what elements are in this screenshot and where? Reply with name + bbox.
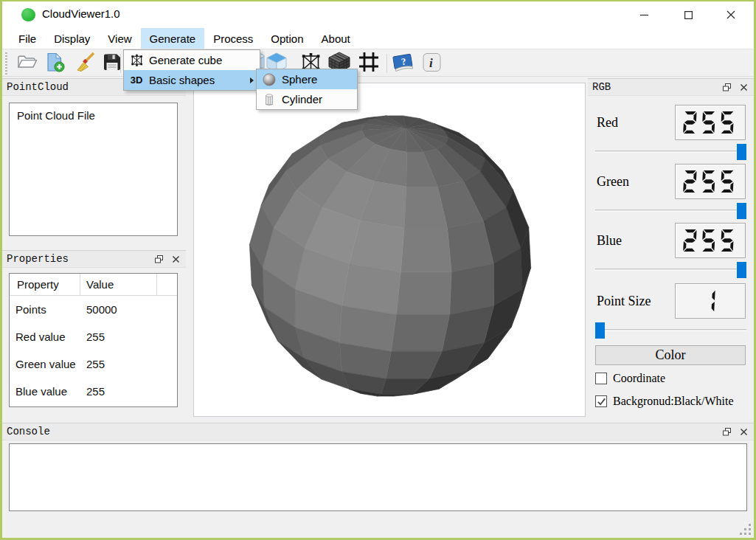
green-slider[interactable] xyxy=(595,202,746,220)
blue-label: Blue xyxy=(597,233,622,249)
help-manual-button[interactable]: ? xyxy=(391,52,415,75)
open-folder-button[interactable] xyxy=(15,52,39,75)
red-label: Red xyxy=(597,115,618,131)
point-size-slider[interactable] xyxy=(595,322,746,339)
properties-close-icon[interactable] xyxy=(170,254,181,265)
help-book-icon: ? xyxy=(392,52,415,75)
menu-item-cylinder[interactable]: Cylinder xyxy=(257,89,357,109)
point-size-lcd xyxy=(675,283,746,319)
green-label: Green xyxy=(597,174,629,190)
properties-float-icon[interactable] xyxy=(153,254,164,265)
title-bar: CloudViewer1.0 xyxy=(2,1,754,28)
console-float-icon[interactable] xyxy=(721,426,732,437)
menu-file[interactable]: File xyxy=(10,28,45,49)
minimize-button[interactable] xyxy=(627,1,661,28)
submenu-arrow-icon xyxy=(250,77,254,83)
background-checkbox-row[interactable]: Backgronud:Black/White xyxy=(595,395,734,408)
console-output[interactable] xyxy=(9,443,747,511)
coordinate-checkbox[interactable] xyxy=(595,373,607,384)
frame-select-button[interactable] xyxy=(357,52,381,75)
console-dock-label: Console xyxy=(7,426,50,437)
red-slider[interactable] xyxy=(595,143,746,161)
generate-cube-label: Generate cube xyxy=(149,54,222,66)
properties-table-header[interactable]: Property Value xyxy=(10,274,177,296)
background-label: Backgronud:Black/White xyxy=(613,395,734,408)
rgb-float-icon[interactable] xyxy=(721,82,732,93)
blue-slider[interactable] xyxy=(595,261,746,279)
new-file-icon xyxy=(45,52,65,75)
point-size-slider-handle[interactable] xyxy=(595,322,605,339)
rgb-dock-title[interactable]: RGB xyxy=(588,78,754,96)
info-icon: i xyxy=(423,52,441,75)
frame-icon xyxy=(358,51,380,76)
clear-button[interactable] xyxy=(74,52,98,75)
app-icon xyxy=(21,8,35,21)
menu-bar: File Display View Generate Process Optio… xyxy=(2,28,754,49)
app-window: CloudViewer1.0 File Display View Generat… xyxy=(2,1,754,538)
3d-viewport[interactable] xyxy=(193,83,586,417)
blue-lcd xyxy=(675,223,746,258)
menu-process[interactable]: Process xyxy=(204,28,262,49)
table-row[interactable]: Green value 255 xyxy=(10,350,177,378)
point-size-label: Point Size xyxy=(597,294,651,309)
rgb-dock-label: RGB xyxy=(592,81,611,93)
svg-text:i: i xyxy=(429,55,433,69)
pointcloud-list-header: Point Cloud File xyxy=(10,103,177,128)
sphere-icon xyxy=(257,73,282,86)
red-slider-handle[interactable] xyxy=(737,144,746,160)
maximize-button[interactable] xyxy=(671,1,705,28)
close-button[interactable] xyxy=(714,1,748,28)
table-row[interactable]: Points 50000 xyxy=(10,296,177,323)
cylinder-label: Cylinder xyxy=(282,93,322,105)
properties-table: Property Value Points 50000 Red value 25… xyxy=(9,273,178,407)
menu-item-sphere[interactable]: Sphere xyxy=(257,69,357,89)
red-lcd xyxy=(675,105,746,140)
menu-item-basic-shapes[interactable]: 3D Basic shapes xyxy=(124,70,260,90)
menu-display[interactable]: Display xyxy=(45,28,99,49)
header-value[interactable]: Value xyxy=(80,274,157,295)
pointcloud-file-list[interactable]: Point Cloud File xyxy=(9,103,178,236)
pointcloud-dock-label: PointCloud xyxy=(7,81,69,93)
menu-option[interactable]: Option xyxy=(262,28,312,49)
cube-wireframe-icon xyxy=(124,53,149,67)
basic-shapes-submenu: Sphere Cylinder xyxy=(256,69,358,110)
rgb-dock: RGB Red Green Blue Point Size xyxy=(588,78,754,418)
green-lcd xyxy=(675,164,746,199)
window-title: CloudViewer1.0 xyxy=(42,7,120,20)
coordinate-label: Coordinate xyxy=(613,372,665,385)
table-row[interactable]: Red value 255 xyxy=(10,323,177,350)
sphere-render xyxy=(194,83,585,416)
green-slider-handle[interactable] xyxy=(737,203,746,219)
console-close-icon[interactable] xyxy=(738,426,749,437)
coordinate-checkbox-row[interactable]: Coordinate xyxy=(595,372,665,385)
properties-dock-title[interactable]: Properties xyxy=(2,250,186,268)
rgb-close-icon[interactable] xyxy=(738,82,749,93)
save-floppy-icon xyxy=(103,52,122,75)
menu-about[interactable]: About xyxy=(313,28,359,49)
folder-open-icon xyxy=(17,53,38,74)
resize-grip[interactable] xyxy=(739,523,751,535)
3d-icon: 3D xyxy=(124,75,149,86)
cylinder-icon xyxy=(257,93,282,106)
sphere-label: Sphere xyxy=(282,73,317,86)
basic-shapes-label: Basic shapes xyxy=(149,74,215,86)
menu-generate[interactable]: Generate xyxy=(141,28,205,49)
generate-dropdown-menu: Generate cube 3D Basic shapes xyxy=(123,49,260,91)
about-info-button[interactable]: i xyxy=(420,52,443,75)
color-button[interactable]: Color xyxy=(595,345,746,365)
new-pointcloud-button[interactable] xyxy=(43,52,66,75)
toolbar: ? i xyxy=(2,49,754,77)
properties-dock-label: Properties xyxy=(7,253,69,265)
menu-view[interactable]: View xyxy=(99,28,140,49)
broom-icon xyxy=(76,52,97,75)
header-property[interactable]: Property xyxy=(10,274,80,295)
console-dock-title[interactable]: Console xyxy=(2,423,754,440)
table-row[interactable]: Blue value 255 xyxy=(10,378,177,405)
blue-slider-handle[interactable] xyxy=(737,262,746,278)
toolbar-drag-handle[interactable] xyxy=(5,52,7,75)
menu-item-generate-cube[interactable]: Generate cube xyxy=(124,50,260,70)
background-checkbox[interactable] xyxy=(595,395,607,407)
